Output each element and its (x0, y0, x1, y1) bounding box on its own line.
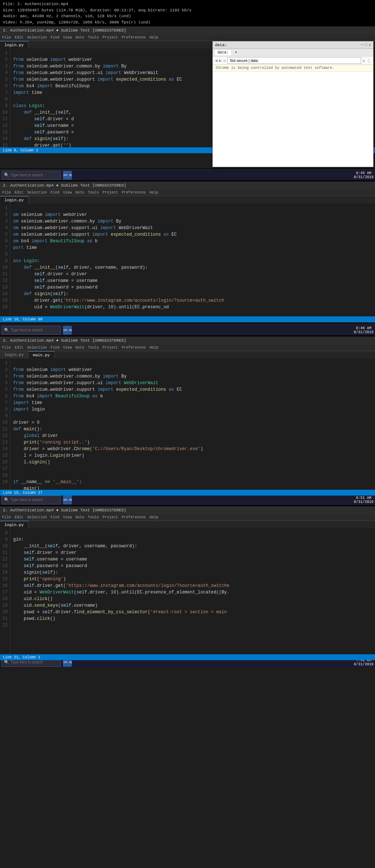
taskbar-icon-3[interactable]: 2. Authentication.mp4 ● Sublime... (63, 496, 72, 504)
menu-file[interactable]: File (2, 36, 11, 40)
editor-3-status-text: Line 15, Column 27 (3, 491, 42, 495)
editor-4-code[interactable]: gin: __init__(self, driver, username, pa… (10, 528, 375, 654)
menu-help[interactable]: Help (149, 36, 158, 40)
taskbar-search-input-4[interactable] (11, 660, 58, 664)
editor-1-status-text: Line 0, Column 1 (3, 148, 38, 152)
menu-edit[interactable]: Edit (15, 36, 23, 40)
taskbar-search-2[interactable]: 🔍 (1, 326, 61, 335)
menu2-view[interactable]: View (63, 191, 72, 195)
browser-maximize-btn[interactable]: □ (365, 43, 367, 47)
browser-menu-icon[interactable]: ⋮ (367, 58, 371, 63)
browser-new-tab-btn[interactable]: + (233, 50, 239, 55)
browser-title-text: data: (215, 43, 227, 47)
browser-forward-btn[interactable]: ▶ (219, 58, 222, 63)
menu-selection[interactable]: Selection (27, 36, 47, 40)
menu4-preferences[interactable]: Preferences (122, 515, 146, 519)
menu-find[interactable]: Find (51, 36, 59, 40)
menu-preferences[interactable]: Preferences (122, 36, 146, 40)
taskbar-item-editor-4: 2. Authentication.mp4 ● Sublime... (63, 661, 72, 664)
menu4-goto[interactable]: Goto (75, 515, 84, 519)
video-info-line3: Audio: aac, 44100 Hz, 2 channels, s16, 1… (3, 13, 372, 19)
menu3-find[interactable]: Find (51, 346, 59, 350)
browser-window: data: ─ □ ✕ data: + ◀ ▶ ↺ ★ ⋮ Chrome is … (212, 41, 374, 167)
menu4-find[interactable]: Find (51, 515, 59, 519)
editor-4-code-area: 89101112 1314151617 1819202122 gin: __in… (0, 528, 375, 654)
menu2-goto[interactable]: Goto (75, 191, 84, 195)
search-icon-4: 🔍 (4, 660, 9, 665)
menu3-goto[interactable]: Goto (75, 346, 84, 350)
menu3-tools[interactable]: Tools (88, 346, 99, 350)
video-info-line1: File: 2. Authentication.mp4 (3, 1, 372, 7)
menu2-tools[interactable]: Tools (88, 191, 99, 195)
editor-3-tab-mainpy[interactable]: main.py (29, 351, 55, 358)
taskbar-search-1[interactable]: 🔍 (1, 171, 61, 180)
menu4-project[interactable]: Project (103, 515, 118, 519)
menu2-file[interactable]: File (2, 191, 11, 195)
taskbar-item-editor-3: 2. Authentication.mp4 ● Sublime... (63, 498, 72, 502)
browser-back-btn[interactable]: ◀ (215, 58, 218, 63)
taskbar-icon-2[interactable]: 2. Authentication.mp4 ● Sublime... (63, 326, 72, 335)
taskbar-icon-1[interactable]: 2. Authentication.mp4 ● Sublime... (63, 171, 72, 180)
editor-3-tab-loginpy[interactable]: login.py (0, 351, 29, 358)
taskbar-search-input-1[interactable] (11, 173, 58, 177)
editor-4-status: Line 21, Column 1 (0, 654, 375, 660)
editor-3-title-text: 2. Authentication.mp4 ● Sublime Text [UN… (3, 338, 126, 343)
editor-3-tabs: login.py main.py (0, 351, 375, 358)
browser-tab-data[interactable]: data: (214, 49, 232, 55)
browser-content (213, 71, 373, 167)
browser-url-input[interactable] (227, 57, 361, 64)
menu2-selection[interactable]: Selection (27, 191, 47, 195)
taskbar-time-2: 8:46 AM (354, 326, 374, 330)
editor-1-tab-login[interactable]: login.py (0, 41, 29, 48)
editor-4-titlebar: 2. Authentication.mp4 ● Sublime Text [UN… (0, 506, 375, 514)
menu3-project[interactable]: Project (103, 346, 118, 350)
menu2-edit[interactable]: Edit (15, 191, 23, 195)
taskbar-search-input-3[interactable] (11, 498, 58, 502)
editor-3-code-area: 12345 678910 1112131415 16171819 from se… (0, 358, 375, 490)
menu2-project[interactable]: Project (103, 191, 118, 195)
editor-3-code[interactable]: from selenium import webdriver from sele… (10, 358, 375, 490)
menu4-tools[interactable]: Tools (88, 515, 99, 519)
editor-2-tabs: login.py (0, 196, 375, 203)
menu-goto[interactable]: Goto (75, 36, 84, 40)
editor-section-1: 2. Authentication.mp4 ● Sublime Text [UN… (0, 26, 375, 169)
menu2-find[interactable]: Find (51, 191, 59, 195)
editor-4-tab-loginpy[interactable]: login.py (0, 521, 29, 528)
taskbar-date-4: 8/31/2019 (354, 662, 374, 666)
taskbar-search-3[interactable]: 🔍 (1, 496, 61, 504)
menu4-edit[interactable]: Edit (15, 515, 23, 519)
editor-2-tab-login[interactable]: login.py (0, 196, 29, 203)
menu3-selection[interactable]: Selection (27, 346, 47, 350)
menu3-file[interactable]: File (2, 346, 11, 350)
menu-view[interactable]: View (63, 36, 72, 40)
menu3-view[interactable]: View (63, 346, 72, 350)
search-icon-1: 🔍 (4, 173, 9, 177)
search-icon-2: 🔍 (4, 328, 9, 332)
editor-4-title-text: 2. Authentication.mp4 ● Sublime Text [UN… (3, 508, 126, 512)
menu-project[interactable]: Project (103, 36, 118, 40)
menu3-edit[interactable]: Edit (15, 346, 23, 350)
browser-bookmark-icon[interactable]: ★ (363, 58, 365, 63)
editor-3-line-numbers: 12345 678910 1112131415 16171819 (0, 358, 10, 490)
menu-tools[interactable]: Tools (88, 36, 99, 40)
menu4-help[interactable]: Help (149, 515, 158, 519)
menu4-file[interactable]: File (2, 515, 11, 519)
menu3-preferences[interactable]: Preferences (122, 346, 146, 350)
taskbar-3: 🔍 2. Authentication.mp4 ● Sublime... 8:5… (0, 494, 375, 505)
browser-refresh-btn[interactable]: ↺ (223, 58, 226, 63)
menu3-help[interactable]: Help (149, 346, 158, 350)
editor-1-line-numbers: 12345 678910 1112131415 (0, 48, 10, 147)
browser-minimize-btn[interactable]: ─ (361, 43, 363, 47)
menu2-help[interactable]: Help (149, 191, 158, 195)
taskbar-time-3: 8:51 AM (354, 496, 374, 500)
browser-tab-bar: data: + (213, 49, 373, 56)
menu2-preferences[interactable]: Preferences (122, 191, 146, 195)
editor-4-line-numbers: 89101112 1314151617 1819202122 (0, 528, 10, 654)
taskbar-search-input-2[interactable] (11, 328, 58, 332)
taskbar-date-1: 8/31/2019 (354, 175, 374, 179)
taskbar-item-editor-2: 2. Authentication.mp4 ● Sublime... (63, 328, 72, 332)
editor-2-code[interactable]: om selenium import webdriver om selenium… (10, 203, 375, 316)
browser-close-btn[interactable]: ✕ (368, 43, 371, 47)
menu4-selection[interactable]: Selection (27, 515, 47, 519)
menu4-view[interactable]: View (63, 515, 72, 519)
